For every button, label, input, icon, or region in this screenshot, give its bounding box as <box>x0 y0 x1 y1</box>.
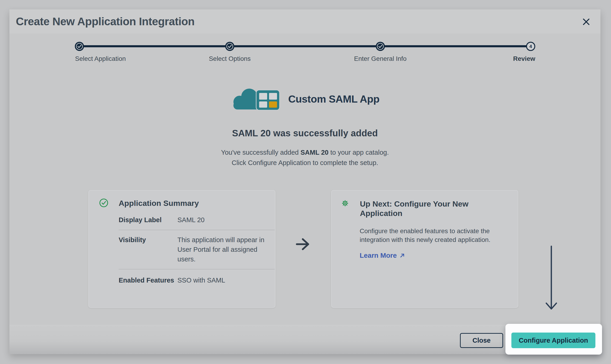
gear-icon <box>342 200 348 206</box>
check-circle-outline-icon <box>99 198 108 208</box>
learn-more-link[interactable]: Learn More <box>360 252 405 259</box>
step-label-enter-general-info[interactable]: Enter General Info <box>354 55 407 63</box>
success-heading: SAML 20 was successfully added <box>9 128 600 138</box>
close-icon[interactable] <box>582 17 591 26</box>
step-1-select-application[interactable] <box>75 42 84 51</box>
summary-row-enabled-features: Enabled Features SSO with SAML <box>119 269 275 290</box>
step-label-review[interactable]: Review <box>513 55 535 63</box>
close-button[interactable]: Close <box>460 333 503 348</box>
step-label-select-application[interactable]: Select Application <box>75 55 126 63</box>
arrow-right-icon <box>295 237 311 251</box>
configure-application-button[interactable]: Configure Application <box>511 333 595 348</box>
step-label-select-options[interactable]: Select Options <box>209 55 251 63</box>
step-3-enter-general-info[interactable] <box>376 42 385 51</box>
arrow-up-right-icon <box>400 253 405 258</box>
up-next-body: Configure the enabled features to activa… <box>360 227 505 244</box>
step-number-badge: 4 <box>526 42 535 51</box>
row-value: This application will appear in User Por… <box>177 235 275 264</box>
summary-rows: Display Label SAML 20 Visibility This ap… <box>119 213 275 290</box>
subtext-app-name: SAML 20 <box>300 149 328 156</box>
row-value: SSO with SAML <box>177 275 275 285</box>
step-4-review[interactable]: 4 <box>526 42 535 51</box>
up-next-card-title: Up Next: Configure Your New Application <box>360 199 488 218</box>
success-subtext: You've successfully added SAML 20 to you… <box>9 147 600 168</box>
up-next-card-header: Up Next: Configure Your New Application <box>342 199 488 218</box>
learn-more-label: Learn More <box>360 252 397 259</box>
row-label: Display Label <box>119 215 177 225</box>
up-next-card: Up Next: Configure Your New Application … <box>331 190 518 308</box>
step-2-select-options[interactable] <box>225 42 234 51</box>
stepper-track <box>79 45 531 47</box>
app-logo-text: Custom SAML App <box>288 93 379 105</box>
create-app-modal: Create New Application Integration <box>9 9 600 354</box>
app-logo: Custom SAML App <box>9 86 600 112</box>
summary-row-display-label: Display Label SAML 20 <box>119 213 275 230</box>
summary-row-visibility: Visibility This application will appear … <box>119 230 275 269</box>
check-circle-icon <box>75 42 84 51</box>
row-value: SAML 20 <box>177 215 275 225</box>
subtext-line2: Click Configure Application to complete … <box>232 159 378 166</box>
screen-overlay: Create New Application Integration <box>0 0 611 364</box>
row-label: Enabled Features <box>119 275 177 285</box>
application-summary-card: Application Summary Display Label SAML 2… <box>88 190 275 308</box>
summary-card-title: Application Summary <box>119 198 199 208</box>
subtext-line1-suffix: to your app catalog. <box>328 149 389 156</box>
row-label: Visibility <box>119 235 177 264</box>
cloud-grid-app-icon <box>231 86 283 112</box>
summary-card-header: Application Summary <box>99 198 199 208</box>
modal-title: Create New Application Integration <box>16 15 195 28</box>
check-circle-icon <box>225 42 234 51</box>
subtext-line1-prefix: You've successfully added <box>221 149 300 156</box>
arrow-down-icon <box>546 246 557 312</box>
coach-mark-spotlight: Configure Application <box>506 324 602 355</box>
check-circle-icon <box>376 42 385 51</box>
modal-header: Create New Application Integration <box>9 9 600 34</box>
